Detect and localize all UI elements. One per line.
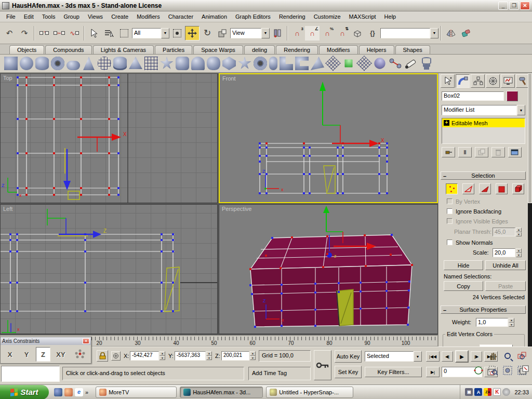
dropdown-arrow-icon[interactable]: ▼ [517,105,525,115]
menu-animation[interactable]: Animation [197,12,231,21]
by-vertex-checkbox[interactable] [447,198,453,204]
selection-lock-icon[interactable] [97,350,108,362]
remove-modifier-icon[interactable] [491,147,505,157]
bones-system-icon[interactable] [389,57,402,70]
quick-launch-icon-1[interactable] [54,388,62,396]
internet-explorer-icon[interactable]: e [75,388,83,396]
tube-primitive-icon[interactable] [113,57,127,70]
make-unique-icon[interactable] [475,147,488,157]
restrict-xy-plane-button[interactable]: XY [52,347,69,362]
tri-patch-icon[interactable] [341,56,356,71]
spindle-icon[interactable] [222,57,236,70]
absolute-mode-toggle-icon[interactable] [111,351,121,361]
rectangular-selection-region-icon[interactable] [117,26,131,41]
menu-create[interactable]: Create [107,12,132,21]
align-icon[interactable] [459,26,473,41]
object-color-swatch[interactable] [507,91,518,101]
copy-button[interactable]: Copy [444,281,483,291]
cone-primitive-icon[interactable] [82,57,96,70]
pin-stack-icon[interactable] [442,147,455,157]
bone-tool-icon[interactable] [404,57,418,70]
named-selection-sets-icon[interactable] [350,26,365,41]
selection-rollout-header[interactable]: –Selection [441,171,526,180]
motion-panel-tab[interactable] [486,74,500,88]
set-keys-icon[interactable] [314,350,331,380]
select-object-icon[interactable] [87,26,101,41]
gengon-icon[interactable] [238,57,251,70]
collapse-icon[interactable]: – [443,307,446,314]
menu-group[interactable]: Group [59,12,84,21]
tab-shapes[interactable]: Shapes [395,45,430,54]
modifier-list-dropdown[interactable]: Modifier List▼ [442,105,525,115]
prism-icon[interactable] [311,57,324,70]
key-filters-button[interactable]: Key Filters... [365,367,422,377]
named-selection-dropdown[interactable]: ▼ [380,28,438,38]
axis-constraints-toolbar[interactable]: Axis Constraints ✕ X Y Z XY [0,337,91,364]
task-moretv[interactable]: MoreTV [96,387,177,398]
tab-space-warps[interactable]: Space Warps [193,45,243,54]
angle-snap-toggle-icon[interactable]: ∩∠ [305,26,320,41]
torus-primitive-icon[interactable] [51,57,64,70]
select-and-rotate-icon[interactable]: ↻ [200,26,215,41]
tray-volume-icon[interactable] [502,388,510,396]
hierarchy-panel-tab[interactable] [471,74,485,88]
start-button[interactable]: Start [0,385,49,399]
configure-modifier-sets-icon[interactable] [508,147,522,157]
tab-compounds[interactable]: Compounds [45,45,91,54]
select-and-link-icon[interactable]: ⌝ [37,26,51,41]
l-ext-icon[interactable] [280,57,293,70]
panel-scrollbar-thumb[interactable] [528,73,532,203]
cylinder-primitive-icon[interactable] [35,57,49,70]
edge-subobject-icon[interactable] [462,183,474,194]
z-coord-field[interactable]: 200,021 [221,351,249,361]
geosphere-primitive-icon[interactable] [98,57,111,70]
tray-network-icon[interactable]: ▣ [465,388,473,396]
tab-helpers[interactable]: Helpers [359,45,394,54]
modify-panel-tab[interactable] [456,74,470,88]
tab-objects[interactable]: Objects [9,45,44,54]
tab-rendering[interactable]: Rendering [276,45,318,54]
menu-modifiers[interactable]: Modifiers [132,12,164,21]
spring-icon[interactable] [420,57,433,70]
tab-modeling[interactable]: deling [244,45,275,54]
dropdown-arrow-icon[interactable]: ▼ [414,351,422,362]
restrict-y-button[interactable]: Y [19,347,34,362]
zoom-icon[interactable] [501,349,514,363]
weight-spinner[interactable]: ▲▼ [509,318,514,327]
nurbs-cv-surface-icon[interactable] [372,56,388,71]
zoom-all-icon[interactable] [515,349,529,363]
menu-edit[interactable]: Edit [20,12,38,21]
element-subobject-icon[interactable] [512,183,524,194]
plane-primitive-icon[interactable] [144,57,158,70]
oiltank-icon[interactable] [191,57,205,70]
paste-button[interactable]: Paste [485,281,526,291]
window-titlebar[interactable]: HausHAfen.max - 3ds max 5 - Stand-alone … [0,0,532,11]
quick-launch-icon-2[interactable] [64,388,73,396]
planar-thresh-spinner[interactable]: ▲▼ [516,228,522,236]
task-haushafen-max[interactable]: HausHAfen.max - 3d... [180,387,263,398]
y-coord-field[interactable]: -5637,363 [175,351,206,361]
chamfer-cylinder-icon[interactable] [207,57,220,70]
select-by-name-icon[interactable] [102,26,116,41]
unlink-selection-icon[interactable]: ✂ [52,26,66,41]
select-and-move-icon[interactable] [185,26,200,41]
ignore-visible-edges-checkbox[interactable] [447,218,453,224]
reference-coordinate-dropdown[interactable]: View▼ [230,28,270,38]
display-panel-tab[interactable] [501,74,515,88]
percent-snap-toggle-icon[interactable]: ∩% [320,26,335,41]
modifier-stack[interactable]: + Editable Mesh [442,118,525,144]
scale-field[interactable]: 20,0 [493,248,515,257]
tab-lights-cameras[interactable]: Lights & Cameras [93,45,154,54]
undo-icon[interactable]: ↶ [2,26,17,41]
key-mode-toggle-icon[interactable]: ▶| [426,367,440,377]
teapot-primitive-icon[interactable] [66,61,80,70]
menu-views[interactable]: Views [84,12,107,21]
viewport-front-label[interactable]: Front [222,75,236,82]
box-primitive-icon[interactable] [4,57,18,70]
quick-launch-chevron-icon[interactable]: » [85,389,88,395]
menu-help[interactable]: Help [380,12,401,21]
restore-button[interactable]: ❐ [509,2,519,10]
unhide-all-button[interactable]: Unhide All [485,260,526,270]
pan-view-icon[interactable] [486,349,500,363]
collapse-icon[interactable]: – [443,172,446,180]
